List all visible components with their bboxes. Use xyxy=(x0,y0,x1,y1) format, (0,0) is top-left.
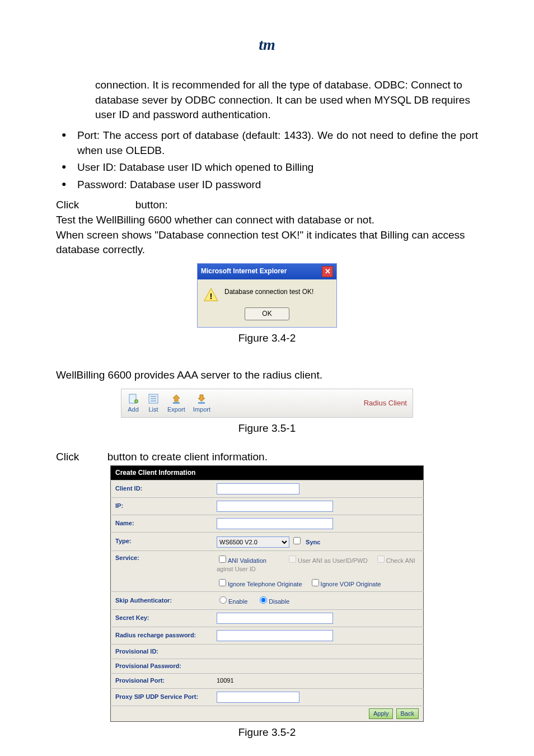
click-suffix: button: xyxy=(135,199,168,211)
radio-enable[interactable] xyxy=(219,596,227,604)
input-name[interactable] xyxy=(217,518,333,529)
click-prefix: Click xyxy=(56,199,79,211)
label-prov-pwd: Provisional Password: xyxy=(111,659,213,674)
warning-icon: ! xyxy=(203,287,219,302)
add-icon: + xyxy=(127,393,139,405)
toolbar-list[interactable]: List xyxy=(147,393,160,414)
toolbar-import-label: Import xyxy=(193,405,210,414)
label-service: Service: xyxy=(111,551,213,592)
label-ip: IP: xyxy=(111,498,213,515)
toolbar-add[interactable]: + Add xyxy=(127,393,139,414)
toolbar-add-label: Add xyxy=(128,405,139,414)
label-ignore-voip: Ignore VOIP Originate xyxy=(321,581,381,587)
label-type: Type: xyxy=(111,533,213,551)
input-ip[interactable] xyxy=(217,501,333,512)
input-proxy-sip[interactable] xyxy=(217,692,299,703)
dialog-button-row: OK xyxy=(198,307,336,327)
toolbar-list-label: List xyxy=(148,405,158,414)
para2a: Test the WellBilling 6600 whether can co… xyxy=(56,213,478,228)
logo-area: tm xyxy=(56,34,478,55)
input-client-id[interactable] xyxy=(217,483,299,494)
ok-button[interactable]: OK xyxy=(245,307,289,320)
checkbox-ignore-voip[interactable] xyxy=(312,579,319,586)
svg-rect-9 xyxy=(173,402,180,404)
svg-rect-10 xyxy=(198,402,205,404)
click2-line: Click button to create client informatio… xyxy=(56,450,478,465)
click2-prefix: Click xyxy=(56,451,79,463)
click2-suffix: button to create client information. xyxy=(107,451,268,463)
toolbar-left: + Add List Export Import xyxy=(127,393,210,414)
label-skip-auth: Skip Authenticator: xyxy=(111,592,213,609)
dialog-title-text: Microsoft Internet Explorer xyxy=(201,267,287,276)
label-proxy-sip: Proxy SIP UDP Service Port: xyxy=(111,688,213,706)
toolbar-export[interactable]: Export xyxy=(167,393,185,414)
paragraph-connection: connection. It is recommended for all th… xyxy=(95,78,478,123)
input-radius-recharge[interactable] xyxy=(217,630,333,641)
label-name: Name: xyxy=(111,515,213,533)
input-secret-key[interactable] xyxy=(217,613,333,624)
toolbar: + Add List Export Import Radius Client xyxy=(121,389,413,418)
bullet-port: Port: The access port of database (defau… xyxy=(62,128,478,158)
label-disable: Disable xyxy=(269,598,289,605)
bullet-list: Port: The access port of database (defau… xyxy=(62,128,478,192)
click-line: Click button: xyxy=(56,198,478,213)
list-icon xyxy=(147,393,160,405)
svg-text:!: ! xyxy=(210,291,213,300)
back-button[interactable]: Back xyxy=(396,708,419,719)
para1-text: connection. It is recommended for all th… xyxy=(95,79,470,120)
dialog-message: Database connection test OK! xyxy=(224,287,313,297)
bullet-password: Password: Database user ID password xyxy=(62,178,478,193)
label-prov-id: Provisional ID: xyxy=(111,644,213,659)
label-enable: Enable xyxy=(228,598,247,605)
dialog-body: ! Database connection test OK! xyxy=(198,279,336,307)
svg-text:+: + xyxy=(135,399,138,404)
radius-client-title: Radius Client xyxy=(364,398,407,408)
checkbox-user-ani xyxy=(289,556,296,563)
label-client-id: Client ID: xyxy=(111,480,213,498)
radio-disable[interactable] xyxy=(260,596,267,604)
label-secret-key: Secret Key: xyxy=(111,609,213,627)
checkbox-ani-validation[interactable] xyxy=(219,556,226,563)
checkbox-ignore-tele[interactable] xyxy=(219,579,226,586)
figure-351-caption: Figure 3.5-1 xyxy=(56,421,478,436)
close-icon[interactable]: ✕ xyxy=(322,266,333,277)
apply-button[interactable]: Apply xyxy=(369,708,394,719)
dialog-titlebar: Microsoft Internet Explorer ✕ xyxy=(198,264,336,279)
label-sync: Sync xyxy=(306,539,320,545)
toolbar-import[interactable]: Import xyxy=(193,393,210,414)
label-radius-recharge: Radius recharge password: xyxy=(111,627,213,644)
create-client-form: Create Client Information Client ID: IP:… xyxy=(110,465,424,722)
label-ignore-tele: Ignore Telephone Originate xyxy=(228,581,302,587)
figure-342-caption: Figure 3.4-2 xyxy=(56,331,478,346)
label-user-ani: User ANI as UserID/PWD xyxy=(298,557,368,564)
select-type[interactable]: WS6500 V2.0 xyxy=(217,536,289,548)
label-ani-validation: ANI Validation xyxy=(228,557,266,564)
logo-text: tm xyxy=(259,34,275,55)
checkbox-check-ani xyxy=(377,556,385,563)
value-prov-port: 10091 xyxy=(212,674,424,688)
import-icon xyxy=(195,393,208,405)
figure-352-caption: Figure 3.5-2 xyxy=(56,725,478,740)
para2b: When screen shows "Database connection t… xyxy=(56,228,478,258)
para3: WellBilling 6600 provides AAA server to … xyxy=(56,368,478,383)
form-header: Create Client Information xyxy=(111,466,424,480)
checkbox-sync[interactable] xyxy=(293,537,301,544)
bullet-userid: User ID: Database user ID which opened t… xyxy=(62,160,478,175)
export-icon xyxy=(170,393,182,405)
label-prov-port: Provisional Port: xyxy=(111,674,213,688)
ie-dialog: Microsoft Internet Explorer ✕ ! Database… xyxy=(197,263,337,328)
toolbar-export-label: Export xyxy=(167,405,185,414)
